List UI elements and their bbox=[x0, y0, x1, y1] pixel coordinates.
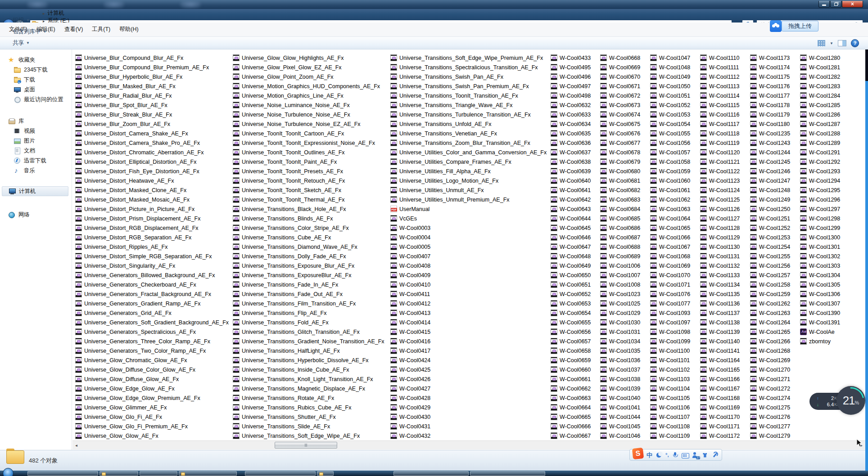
file-item[interactable]: W-Cool1056 bbox=[650, 138, 690, 148]
file-item[interactable]: W-Cool1115 bbox=[700, 100, 740, 110]
file-item[interactable]: Universe_Utilities_Unmult_AE_Fx bbox=[390, 185, 547, 195]
taskbar-button[interactable] bbox=[99, 471, 138, 476]
file-item[interactable]: W-Cool1266 bbox=[750, 337, 790, 346]
file-item[interactable]: W-Cool1264 bbox=[750, 318, 790, 327]
file-item[interactable]: W-Cool1122 bbox=[700, 166, 740, 176]
file-item[interactable]: W-Cool0685 bbox=[600, 214, 640, 223]
file-item[interactable]: W-Cool1050 bbox=[650, 81, 690, 91]
file-item[interactable]: W-Cool1109 bbox=[650, 431, 690, 440]
file-item[interactable]: Universe_Motion_Graphics_HUD_Components_… bbox=[233, 81, 384, 91]
file-item[interactable]: W-Cool0004 bbox=[390, 233, 547, 242]
file-item[interactable]: W-Cool0413 bbox=[390, 308, 547, 318]
file-item[interactable]: W-Cool1008 bbox=[600, 280, 640, 289]
file-item[interactable]: W-Cool0409 bbox=[390, 270, 547, 280]
file-item[interactable]: Universe_Noise_Turbulence_Noise_AE_Fx bbox=[233, 110, 384, 119]
microphone-icon[interactable] bbox=[672, 452, 678, 458]
file-item[interactable]: Universe_Transitions_Hyperbolic_Dissolve… bbox=[233, 355, 384, 365]
file-item[interactable]: Universe_Generators_Billowed_Background_… bbox=[75, 270, 229, 280]
file-item[interactable]: Universe_Distort_Fish_Eye_Distortion_AE_… bbox=[75, 166, 229, 176]
file-item[interactable]: W-Cool1244 bbox=[750, 148, 790, 157]
file-item[interactable]: W-Cool1064 bbox=[650, 214, 690, 223]
file-item[interactable]: W-Cool1047 bbox=[650, 53, 690, 63]
file-item[interactable]: Universe_Glow_Glimmer_AE_Fx bbox=[75, 403, 229, 412]
file-item[interactable]: W-Cool1059 bbox=[650, 166, 690, 176]
file-item[interactable]: W-Cool1132 bbox=[700, 261, 740, 270]
file-item[interactable]: Universe_ToonIt_ToonIt_Thermal_AE_Fx bbox=[233, 195, 384, 204]
file-item[interactable]: Universe_Transitions_Fold_AE_Fx bbox=[233, 318, 384, 327]
file-item[interactable]: W-Cool0498 bbox=[551, 91, 591, 100]
file-item[interactable]: W-Cool1117 bbox=[700, 119, 740, 129]
restore-button[interactable] bbox=[830, 1, 841, 8]
file-item[interactable]: W-Cool1037 bbox=[600, 365, 640, 374]
file-item[interactable]: Universe_Transitions_Spectralicious_Tran… bbox=[390, 63, 547, 72]
file-item[interactable]: W-Cool1177 bbox=[750, 91, 790, 100]
file-item[interactable]: W-Cool1118 bbox=[700, 129, 740, 138]
file-item[interactable]: Universe_Blur_Compound_Blur_AE_Fx bbox=[75, 53, 229, 63]
file-item[interactable]: W-Cool0660 bbox=[551, 365, 591, 374]
file-item[interactable]: W-Cool1063 bbox=[650, 204, 690, 214]
file-item[interactable]: W-Cool1288 bbox=[800, 129, 840, 138]
file-item[interactable]: W-Cool1067 bbox=[650, 242, 690, 251]
file-item[interactable]: W-Cool1044 bbox=[600, 412, 640, 422]
file-item[interactable]: Universe_Transitions_Blinds_AE_Fx bbox=[233, 214, 384, 223]
taskbar-button[interactable] bbox=[245, 471, 316, 476]
file-item[interactable]: Universe_Generators_Soft_Gradient_Backgr… bbox=[75, 318, 229, 327]
file-item[interactable]: Universe_Generators_Three_Color_Ramp_AE_… bbox=[75, 337, 229, 346]
file-item[interactable]: W-Cool1252 bbox=[750, 223, 790, 233]
file-item[interactable]: W-Cool1287 bbox=[800, 119, 840, 129]
file-item[interactable]: W-Cool1269 bbox=[750, 355, 790, 365]
file-item[interactable]: W-Cool1298 bbox=[800, 214, 840, 223]
file-item[interactable]: W-Cool1275 bbox=[750, 403, 790, 412]
file-item[interactable]: W-Cool1055 bbox=[650, 129, 690, 138]
file-item[interactable]: W-Cool0681 bbox=[600, 176, 640, 185]
file-item[interactable]: Universe_Transitions_Glitch_Transition_A… bbox=[233, 327, 384, 337]
file-item[interactable]: W-Cool1121 bbox=[700, 157, 740, 166]
file-item[interactable]: W-Cool1068 bbox=[650, 251, 690, 261]
file-item[interactable]: Universe_Transitions_Fade_In_AE_Fx bbox=[233, 280, 384, 289]
sidebar-item-video[interactable]: 视频 bbox=[0, 126, 72, 136]
file-item[interactable]: W-Cool1276 bbox=[750, 412, 790, 422]
sidebar-item-folderdown[interactable]: 下载 bbox=[0, 75, 72, 85]
file-item[interactable]: W-Cool1262 bbox=[750, 299, 790, 308]
file-item[interactable]: Universe_Blur_Zoom_Blur_AE_Fx bbox=[75, 119, 229, 129]
file-item[interactable]: W-Cool1285 bbox=[800, 100, 840, 110]
file-item[interactable]: W-Cool1006 bbox=[600, 261, 640, 270]
taskbar-button[interactable] bbox=[140, 471, 177, 476]
file-item[interactable]: Universe_Glow_Glo_Fi_Premium_AE_Fx bbox=[75, 422, 229, 431]
file-item[interactable]: Universe_Generators_Two_Color_Ramp_AE_Fx bbox=[75, 346, 229, 355]
sidebar-item-thunder[interactable]: 迅雷下载 bbox=[0, 156, 72, 166]
file-item[interactable]: W-Cool0644 bbox=[551, 214, 591, 223]
file-item[interactable]: Universe_Blur_Spot_Blur_AE_Fx bbox=[75, 100, 229, 110]
file-item[interactable]: Universe_Transitions_Flip_AE_Fx bbox=[233, 308, 384, 318]
file-item[interactable]: W-Cool1116 bbox=[700, 110, 740, 119]
file-item[interactable]: Universe_Transitions_Swish_Pan_AE_Fx bbox=[390, 72, 547, 81]
file-item[interactable]: W-Cool0651 bbox=[551, 280, 591, 289]
file-item[interactable]: W-Cool1137 bbox=[700, 308, 740, 318]
file-item[interactable]: W-Cool1289 bbox=[800, 138, 840, 148]
file-item[interactable]: W-Cool1120 bbox=[700, 148, 740, 157]
file-item[interactable]: W-Cool0417 bbox=[390, 346, 547, 355]
file-item[interactable]: W-Cool1060 bbox=[650, 176, 690, 185]
file-item[interactable]: VcGEs bbox=[390, 214, 547, 223]
file-item[interactable]: W-Cool0632 bbox=[551, 100, 591, 110]
file-item[interactable]: W-Cool0647 bbox=[551, 242, 591, 251]
file-item[interactable]: Universe_Transitions_Diamond_Wave_AE_Fx bbox=[233, 242, 384, 251]
file-item[interactable]: W-Cool0410 bbox=[390, 280, 547, 289]
file-item[interactable]: W-Cool1291 bbox=[800, 148, 840, 157]
file-item[interactable]: Universe_Transitions_Gradient_Noise_Tran… bbox=[233, 337, 384, 346]
file-item[interactable]: W-Cool1286 bbox=[800, 110, 840, 119]
preview-pane-icon[interactable] bbox=[838, 40, 846, 46]
file-item[interactable]: W-Cool0497 bbox=[551, 81, 591, 91]
file-item[interactable]: Universe_Transitions_ToonIt_Transition_A… bbox=[390, 91, 547, 100]
file-item[interactable]: W-Cool1125 bbox=[700, 195, 740, 204]
file-item[interactable]: W-Cool1271 bbox=[750, 374, 790, 384]
file-item[interactable]: Universe_Transitions_Rotate_AE_Fx bbox=[233, 393, 384, 403]
file-item[interactable]: W-Cool0662 bbox=[551, 384, 591, 393]
chinese-mode-icon[interactable]: 中 bbox=[646, 452, 652, 458]
file-item[interactable]: Universe_Distort_Heatwave_AE_Fx bbox=[75, 176, 229, 185]
sidebar-item-picture[interactable]: 图片 bbox=[0, 136, 72, 146]
file-item[interactable]: W-Cool0495 bbox=[551, 63, 591, 72]
file-item[interactable]: W-Cool0005 bbox=[390, 242, 547, 251]
file-item[interactable]: W-Cool1173 bbox=[750, 53, 790, 63]
sidebar-item-document[interactable]: 文档 bbox=[0, 146, 72, 156]
